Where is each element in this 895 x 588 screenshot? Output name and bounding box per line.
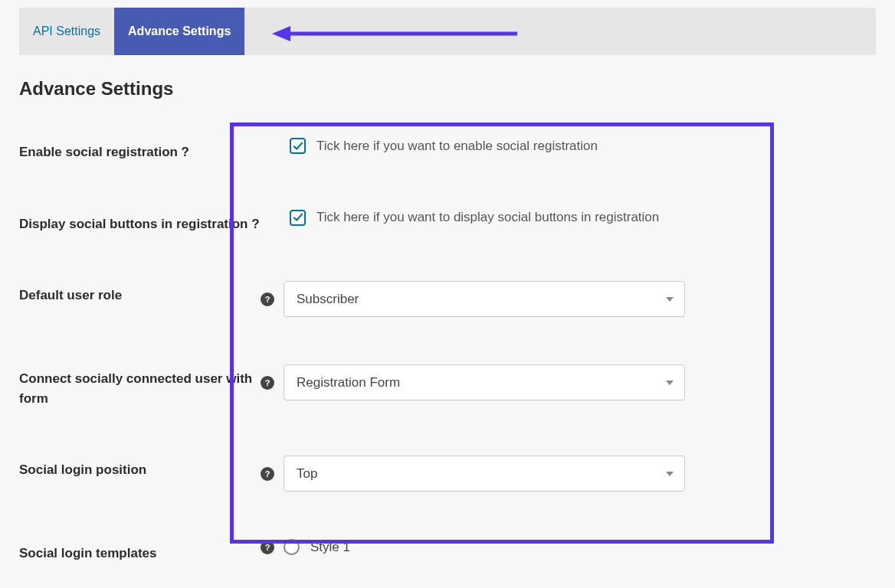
select-connect-socially[interactable]: Registration Form (284, 364, 685, 400)
help-icon[interactable]: ? (261, 376, 274, 390)
label-social-login-position: Social login position (19, 456, 261, 480)
row-display-social-buttons: Display social buttons in registration ?… (19, 210, 876, 234)
label-enable-social-registration: Enable social registration ? (19, 138, 261, 162)
help-icon[interactable]: ? (261, 541, 274, 554)
row-connect-socially: Connect socially connected user with for… (19, 364, 876, 408)
checkbox-label-display-social-buttons: Tick here if you want to display social … (316, 210, 659, 225)
checkbox-display-social-buttons[interactable] (290, 210, 306, 226)
tab-api-settings[interactable]: API Settings (19, 8, 114, 55)
radio-style-1[interactable] (284, 539, 300, 555)
settings-content: Advance Settings Enable social registrat… (0, 55, 895, 588)
help-icon[interactable]: ? (261, 467, 274, 481)
row-social-login-templates: Social login templates ? Style 1 (19, 539, 876, 564)
chevron-down-icon (666, 297, 674, 302)
settings-tabs: API Settings Advance Settings (19, 8, 876, 55)
help-icon[interactable]: ? (261, 292, 274, 306)
row-social-login-position: Social login position ? Top (19, 456, 876, 492)
page-title: Advance Settings (19, 78, 876, 100)
label-social-login-templates: Social login templates (19, 539, 261, 564)
label-display-social-buttons: Display social buttons in registration ? (19, 210, 261, 234)
select-default-user-role[interactable]: Subscriber (284, 281, 685, 317)
radio-label-style-1: Style 1 (310, 540, 350, 555)
select-social-login-position[interactable]: Top (284, 456, 685, 492)
select-value-default-user-role: Subscriber (297, 292, 359, 307)
tab-advance-settings[interactable]: Advance Settings (114, 8, 244, 55)
label-default-user-role: Default user role (19, 281, 261, 305)
row-enable-social-registration: Enable social registration ? Tick here i… (19, 138, 876, 162)
chevron-down-icon (666, 381, 674, 385)
select-value-connect-socially: Registration Form (297, 375, 400, 390)
checkbox-label-enable-social-registration: Tick here if you want to enable social r… (316, 139, 598, 154)
row-default-user-role: Default user role ? Subscriber (19, 281, 876, 317)
label-connect-socially: Connect socially connected user with for… (19, 364, 261, 408)
select-value-social-login-position: Top (297, 466, 317, 482)
form-table: Enable social registration ? Tick here i… (19, 138, 876, 564)
chevron-down-icon (666, 472, 674, 476)
checkbox-enable-social-registration[interactable] (290, 138, 306, 154)
